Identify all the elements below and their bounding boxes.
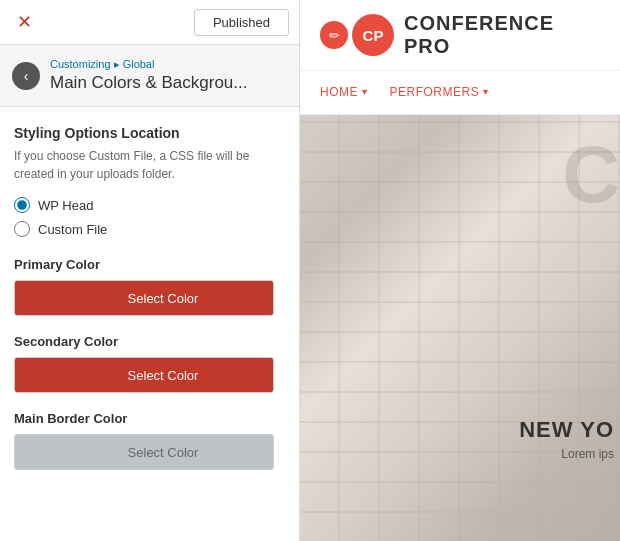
left-panel: ✕ Published ‹ Customizing ▸ Global Main … — [0, 0, 300, 541]
panel-content: Styling Options Location If you choose C… — [0, 107, 299, 541]
preview-hero: C NEW YO Lorem ips — [300, 115, 620, 541]
border-color-label: Main Border Color — [14, 411, 285, 426]
close-button[interactable]: ✕ — [10, 8, 38, 36]
breadcrumb-bar: ‹ Customizing ▸ Global Main Colors & Bac… — [0, 45, 299, 107]
nav-home-chevron: ▾ — [362, 86, 368, 97]
preview-brand: CONFERENCE PRO — [404, 12, 600, 58]
border-color-picker: Select Color — [14, 434, 274, 470]
styling-options-desc: If you choose Custom File, a CSS file wi… — [14, 147, 285, 183]
hero-subtext: Lorem ips — [519, 447, 614, 461]
back-button[interactable]: ‹ — [12, 62, 40, 90]
radio-custom-file-input[interactable] — [14, 221, 30, 237]
radio-custom-file[interactable]: Custom File — [14, 221, 285, 237]
border-color-section: Main Border Color Select Color — [14, 411, 285, 470]
close-icon: ✕ — [17, 11, 32, 33]
radio-custom-file-label: Custom File — [38, 222, 107, 237]
nav-performers-chevron: ▾ — [483, 86, 489, 97]
hero-letter: C — [562, 135, 620, 215]
breadcrumb: Customizing ▸ Global Main Colors & Backg… — [50, 58, 247, 93]
pencil-icon: ✏ — [320, 21, 348, 49]
primary-color-label: Primary Color — [14, 257, 285, 272]
radio-wp-head-input[interactable] — [14, 197, 30, 213]
border-color-button[interactable]: Select Color — [53, 434, 273, 470]
styling-options-title: Styling Options Location — [14, 125, 285, 141]
back-arrow-icon: ‹ — [24, 68, 29, 84]
top-bar: ✕ Published — [0, 0, 299, 45]
breadcrumb-nav: Customizing ▸ Global — [50, 58, 247, 71]
secondary-color-label: Secondary Color — [14, 334, 285, 349]
secondary-color-button[interactable]: Select Color — [53, 357, 273, 393]
primary-color-section: Primary Color Select Color — [14, 257, 285, 316]
radio-wp-head-label: WP Head — [38, 198, 93, 213]
preview-header: ✏ CP CONFERENCE PRO HOME ▾ PERFORMERS ▾ — [300, 0, 620, 115]
radio-group: WP Head Custom File — [14, 197, 285, 237]
nav-item-performers[interactable]: PERFORMERS ▾ — [390, 85, 489, 99]
secondary-color-section: Secondary Color Select Color — [14, 334, 285, 393]
styling-options-section: Styling Options Location If you choose C… — [14, 125, 285, 237]
preview-nav: HOME ▾ PERFORMERS ▾ — [300, 70, 620, 112]
border-color-swatch — [15, 434, 53, 470]
breadcrumb-title: Main Colors & Backgrou... — [50, 73, 247, 93]
nav-home-label: HOME — [320, 85, 358, 99]
hero-headline: NEW YO — [519, 417, 614, 443]
hero-background: C NEW YO Lorem ips — [300, 115, 620, 541]
nav-item-home[interactable]: HOME ▾ — [320, 85, 368, 99]
preview-logo-bar: ✏ CP CONFERENCE PRO — [300, 0, 620, 70]
right-panel: ✏ CP CONFERENCE PRO HOME ▾ PERFORMERS ▾ … — [300, 0, 620, 541]
secondary-color-picker: Select Color — [14, 357, 274, 393]
publish-button[interactable]: Published — [194, 9, 289, 36]
hero-text-overlay: NEW YO Lorem ips — [519, 417, 620, 461]
nav-performers-label: PERFORMERS — [390, 85, 480, 99]
primary-color-picker: Select Color — [14, 280, 274, 316]
secondary-color-swatch — [15, 357, 53, 393]
logo-icon: CP — [352, 14, 394, 56]
radio-wp-head[interactable]: WP Head — [14, 197, 285, 213]
primary-color-swatch — [15, 280, 53, 316]
primary-color-button[interactable]: Select Color — [53, 280, 273, 316]
